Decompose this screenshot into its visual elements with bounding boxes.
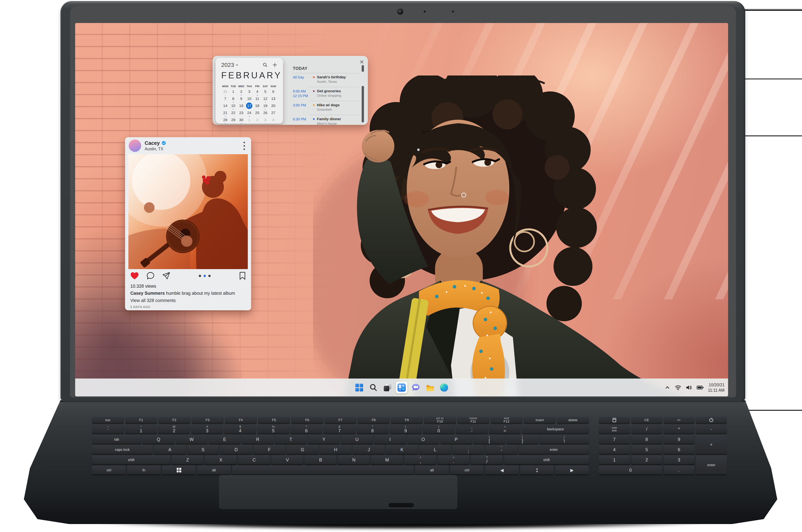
key-'[interactable]: "' (485, 445, 518, 454)
calendar-day[interactable]: 1 (229, 89, 237, 95)
calendar-year-selector[interactable]: 2023 (221, 62, 234, 68)
calendar-day[interactable]: 28 (221, 117, 229, 124)
taskbar-edge-button[interactable] (438, 382, 450, 393)
calendar-day[interactable]: 12 (261, 95, 269, 102)
calendar-day[interactable]: 31 (221, 89, 229, 95)
calendar-day[interactable]: 10 (245, 95, 253, 102)
calendar-day[interactable]: 29 (229, 117, 237, 124)
chevron-down-icon[interactable] (235, 63, 239, 66)
key-j[interactable]: J (353, 445, 385, 454)
key-s[interactable]: S (187, 445, 219, 454)
key-4[interactable]: 4 (599, 445, 630, 454)
agenda-event[interactable]: All DaySarah's birthdayAustin, Texas (293, 73, 359, 87)
key-p[interactable]: P (440, 435, 472, 444)
key-9[interactable]: (9 (390, 424, 422, 434)
key-y[interactable]: Y (308, 435, 340, 444)
wifi-icon[interactable] (675, 384, 682, 391)
key-c[interactable]: C (238, 455, 270, 464)
calendar-day[interactable]: 2 (237, 89, 245, 95)
key-f7[interactable]: F7 (324, 417, 356, 423)
key-1[interactable]: !1 (125, 424, 157, 434)
key-space[interactable] (232, 466, 414, 475)
calendar-day[interactable]: 22 (229, 110, 237, 117)
calendar-day[interactable]: 9 (237, 95, 245, 102)
calendar-day[interactable]: 2 (253, 117, 261, 124)
calendar-day[interactable]: 7 (221, 95, 229, 102)
key-f4[interactable]: F4 (225, 417, 257, 423)
key-\[interactable]: |\ (540, 435, 589, 444)
key-f2[interactable]: F2 (158, 417, 190, 423)
calendar-day[interactable]: 26 (261, 110, 269, 117)
calendar-day[interactable]: 20 (269, 102, 277, 110)
taskbar-file-explorer-button[interactable] (424, 382, 436, 393)
key-*[interactable]: * (664, 424, 695, 434)
tray-chevron-up-icon[interactable] (665, 384, 670, 391)
key-enter[interactable]: enter (696, 455, 727, 475)
key-n[interactable]: N (338, 455, 370, 464)
key-▲-▼[interactable]: ▲▼ (520, 466, 554, 475)
key-f1[interactable]: F1 (125, 417, 157, 423)
key-m[interactable]: M (371, 455, 403, 464)
key-f3[interactable]: F3 (191, 417, 224, 423)
key--[interactable]: _- (456, 424, 488, 434)
key-0[interactable]: 0 (599, 466, 662, 475)
key-7[interactable]: 7 (599, 435, 630, 444)
key-f11[interactable]: homeF11 (457, 417, 489, 423)
key-e[interactable]: E (209, 435, 241, 444)
calendar-day[interactable]: 3 (245, 89, 253, 95)
key-ctrl[interactable]: ctrl (92, 466, 126, 475)
calendar-day[interactable]: 5 (261, 89, 269, 95)
key-f8[interactable]: F8 (358, 417, 390, 423)
key-w[interactable]: W (175, 435, 207, 444)
taskbar-chat-button[interactable] (410, 382, 422, 393)
close-icon[interactable] (358, 58, 366, 65)
key-g[interactable]: G (286, 445, 318, 454)
key-f[interactable]: F (254, 445, 285, 454)
key-/[interactable]: / (631, 424, 662, 434)
key-k[interactable]: K (386, 445, 418, 454)
key-3[interactable]: 3 (664, 455, 695, 464)
calendar-day[interactable]: 18 (253, 102, 261, 110)
key-5[interactable]: 5 (631, 445, 662, 454)
key-9[interactable]: 9 (664, 435, 695, 444)
key-enter[interactable]: enter (519, 445, 589, 454)
key-h[interactable]: H (320, 445, 352, 454)
taskbar-start-button[interactable] (353, 382, 365, 393)
agenda-event[interactable]: 9:00 AM12:15 PMGet groceriesOnline shopp… (293, 87, 359, 101)
taskbar-search-button[interactable] (368, 382, 379, 393)
key-◀[interactable]: ◀ (485, 466, 519, 475)
key-=[interactable]: += (489, 424, 521, 434)
like-icon[interactable] (130, 272, 139, 280)
key-x[interactable]: X (205, 455, 237, 464)
key-a[interactable]: A (154, 445, 186, 454)
calendar-day[interactable]: 6 (269, 89, 277, 95)
calendar-day[interactable]: 15 (229, 102, 237, 110)
key-o[interactable]: O (407, 435, 439, 444)
calendar-day[interactable]: 24 (245, 110, 253, 117)
post-comments-link[interactable]: View all 328 comments (130, 298, 246, 303)
calendar-day[interactable]: 25 (253, 110, 261, 117)
key-;[interactable]: :; (452, 445, 484, 454)
key-esc[interactable]: esc (92, 417, 124, 423)
search-icon[interactable] (262, 62, 268, 68)
key-t[interactable]: T (275, 435, 307, 444)
calendar-day[interactable]: 1 (245, 117, 253, 124)
agenda-event[interactable]: 6:30 PMFamily dinnerMom's house (293, 115, 359, 125)
key-/[interactable]: ?/ (471, 455, 503, 464)
key-8[interactable]: 8 (631, 435, 662, 444)
more-options-icon[interactable] (242, 142, 247, 150)
comment-icon[interactable] (147, 272, 154, 280)
key-alt[interactable]: alt (415, 466, 449, 475)
key-,[interactable]: <, (404, 455, 436, 464)
key-3[interactable]: #3 (191, 424, 223, 434)
key-ce[interactable]: CE (631, 417, 662, 423)
calendar-day[interactable]: 8 (229, 95, 237, 102)
calendar-day[interactable]: 27 (269, 110, 277, 117)
calendar-day[interactable]: 30 (237, 117, 245, 124)
key-f9[interactable]: F9 (391, 417, 423, 423)
key-+[interactable]: + (696, 435, 727, 454)
key-7[interactable]: &7 (323, 424, 355, 434)
key-insert[interactable]: insert (524, 417, 556, 423)
calendar-day[interactable]: 3 (261, 117, 269, 124)
key-d[interactable]: D (220, 445, 252, 454)
